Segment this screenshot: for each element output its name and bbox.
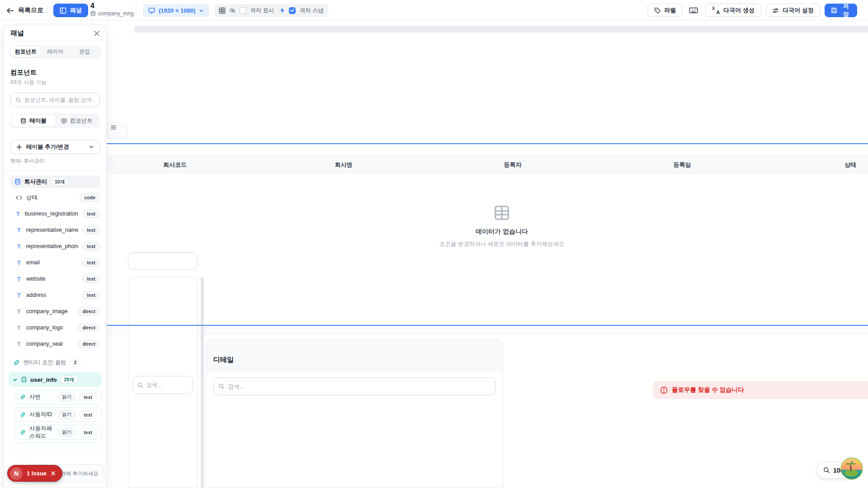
join-column-name: 사용자ID bbox=[29, 411, 54, 418]
table-name: 회사관리 bbox=[24, 178, 47, 186]
column-item[interactable]: T company_image direct bbox=[16, 305, 100, 318]
column-name: representative_phone bbox=[26, 243, 78, 249]
tab-layers[interactable]: 레이어 bbox=[40, 47, 70, 57]
detail-search-field[interactable] bbox=[228, 383, 491, 390]
entity-join-label: 엔티티 조인 컬럼 bbox=[24, 359, 66, 366]
join-table-user-info[interactable]: user_info 29개 bbox=[9, 372, 102, 387]
label-button[interactable]: 라벨 bbox=[647, 4, 683, 17]
join-column-item[interactable]: 사번 읽기 text bbox=[15, 389, 102, 404]
join-column-item[interactable]: 사용자ID 읽기 text bbox=[15, 407, 102, 422]
column-item[interactable]: 상태 code bbox=[16, 191, 100, 204]
empty-state-subtitle: 조건을 변경하거나 새로운 데이터를 추가해보세요 bbox=[434, 240, 570, 248]
component-search[interactable] bbox=[10, 93, 100, 107]
join-column-item[interactable]: 사용자패스워드 읽기 text bbox=[15, 425, 102, 440]
code-icon bbox=[16, 195, 22, 200]
column-header[interactable]: 회사명 bbox=[335, 156, 353, 174]
back-button[interactable]: 목록으로 bbox=[6, 4, 43, 17]
sliders-icon bbox=[772, 7, 779, 14]
link-icon bbox=[20, 429, 26, 435]
column-item[interactable]: T business_registration_numb text bbox=[16, 207, 100, 221]
i18n-settings-button[interactable]: 다국어 설정 bbox=[766, 4, 820, 17]
mode-component-button[interactable]: 컴포넌트 bbox=[55, 115, 99, 127]
column-count-badge: 10개 bbox=[51, 178, 69, 186]
column-name: website bbox=[26, 276, 45, 282]
hidden-component-corner bbox=[107, 122, 127, 139]
join-column-item-partial[interactable] bbox=[15, 442, 102, 451]
column-type-badge: text bbox=[82, 275, 100, 283]
issue-initial: N bbox=[10, 467, 23, 480]
column-header[interactable]: 등록자 bbox=[504, 156, 522, 174]
master-search-input-partial[interactable] bbox=[128, 252, 198, 270]
column-type-badge: direct bbox=[78, 307, 100, 315]
add-table-dropdown[interactable]: 테이블 추가/변경 bbox=[10, 140, 100, 154]
resolution-dropdown[interactable]: (868 × 488) bbox=[143, 4, 209, 17]
page-title: 4 bbox=[90, 2, 134, 10]
tab-edit[interactable]: 편집 bbox=[70, 47, 99, 57]
chevron-down-icon bbox=[13, 377, 18, 382]
panel-button-label: 패널 bbox=[70, 6, 82, 14]
close-icon[interactable] bbox=[51, 471, 56, 476]
text-type-icon: T bbox=[16, 243, 22, 250]
close-icon[interactable] bbox=[92, 28, 102, 38]
column-header[interactable]: 상태 bbox=[844, 156, 856, 174]
i18n-generate-label: 다국어 생성 bbox=[723, 6, 755, 14]
grid-settings-group: 격자 표시 격자 스냅 bbox=[214, 4, 328, 17]
text-type-icon: T bbox=[16, 324, 22, 331]
issue-badge[interactable]: N 1 Issue bbox=[7, 465, 62, 482]
column-header[interactable]: 등록일 bbox=[674, 156, 691, 174]
column-item[interactable]: T representative_name text bbox=[16, 223, 100, 237]
mode-toggle: 테이블 컴포넌트 bbox=[10, 113, 100, 128]
panel-title: 패널 bbox=[10, 29, 24, 38]
panel-resize-handle[interactable] bbox=[201, 277, 204, 488]
back-label: 목록으로 bbox=[18, 6, 43, 14]
master-list-search[interactable] bbox=[132, 376, 193, 394]
column-header[interactable]: 회사코드 bbox=[163, 156, 187, 174]
grid-show-checkbox[interactable] bbox=[240, 7, 246, 14]
issue-label: 1 Issue bbox=[27, 470, 47, 477]
grid-footer-strip bbox=[107, 326, 868, 334]
column-type-badge: text bbox=[79, 428, 97, 436]
text-type-icon: T bbox=[16, 276, 22, 282]
monitor-icon bbox=[148, 7, 155, 14]
table-item-company[interactable]: 회사관리 10개 bbox=[10, 175, 100, 188]
save-icon bbox=[831, 7, 837, 14]
column-item[interactable]: T company_seal direct bbox=[16, 337, 100, 351]
detail-panel-header: 디테일 bbox=[206, 340, 503, 372]
table-selection-border-top bbox=[107, 143, 868, 144]
search-icon bbox=[218, 383, 225, 389]
empty-state: 데이터가 없습니다 조건을 변경하거나 새로운 데이터를 추가해보세요 bbox=[434, 204, 570, 248]
divider bbox=[136, 4, 136, 16]
mode-table-button[interactable]: 테이블 bbox=[12, 115, 55, 127]
column-item[interactable]: T company_logo direct bbox=[16, 321, 100, 334]
column-item[interactable]: T address text bbox=[16, 288, 100, 302]
column-name: company_image bbox=[26, 308, 68, 314]
column-name: company_logo bbox=[26, 324, 63, 331]
detail-search[interactable] bbox=[213, 377, 495, 395]
page-title-block: 4 company_mng bbox=[90, 2, 134, 17]
search-icon bbox=[15, 97, 21, 103]
flow-error-alert: 플로우를 찾을 수 없습니다 bbox=[653, 381, 868, 399]
empty-state-title: 데이터가 없습니다 bbox=[434, 228, 570, 236]
detail-panel-title: 디테일 bbox=[213, 356, 234, 364]
grid-show-label: 격자 표시 bbox=[250, 7, 274, 14]
panel-toggle-button[interactable]: 패널 bbox=[53, 4, 88, 17]
join-table-count: 29개 bbox=[60, 375, 78, 384]
column-item[interactable]: T representative_phone text bbox=[16, 239, 100, 253]
grid-icon bbox=[219, 7, 226, 14]
i18n-generate-button[interactable]: x̄ A 다국어 생성 bbox=[705, 4, 761, 17]
tab-components[interactable]: 컴포넌트 bbox=[11, 47, 40, 57]
grid-snap-checkbox[interactable] bbox=[289, 7, 296, 14]
building-icon bbox=[21, 376, 27, 383]
label-button-label: 라벨 bbox=[665, 6, 676, 14]
alert-circle-icon bbox=[660, 386, 668, 394]
column-type-badge: text bbox=[82, 291, 100, 299]
save-button[interactable]: 저장 bbox=[825, 4, 857, 17]
component-search-field[interactable] bbox=[24, 97, 95, 103]
column-item[interactable]: T email text bbox=[16, 256, 100, 269]
section-title: 컴포넌트 bbox=[10, 68, 100, 77]
column-type-badge: direct bbox=[78, 340, 100, 348]
keyboard-shortcuts-button[interactable] bbox=[689, 5, 701, 16]
add-table-label: 테이블 추가/변경 bbox=[26, 143, 69, 151]
column-item[interactable]: T website text bbox=[16, 272, 100, 286]
list-icon bbox=[111, 125, 116, 130]
